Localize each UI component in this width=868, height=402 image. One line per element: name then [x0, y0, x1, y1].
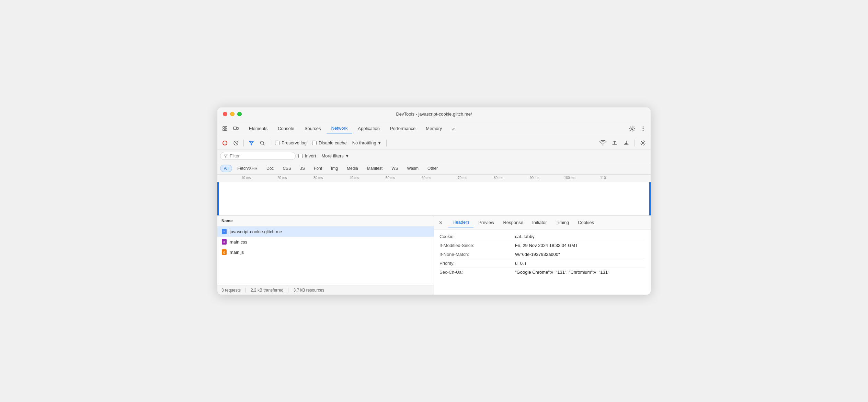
header-row-priority: Priority: u=0, i [439, 259, 645, 268]
filter-input[interactable] [230, 153, 292, 158]
type-filter-manifest[interactable]: Manifest [363, 165, 386, 172]
type-filter-img[interactable]: Img [327, 165, 342, 172]
detail-tab-initiator[interactable]: Initiator [528, 218, 551, 227]
tab-memory[interactable]: Memory [421, 124, 447, 133]
request-name-js: main.js [230, 250, 244, 255]
filter-input-wrap [220, 152, 296, 160]
toolbar-separator-3 [386, 140, 387, 146]
header-key-priority: Priority: [439, 261, 515, 266]
wifi-icon[interactable] [598, 138, 608, 148]
css-file-icon [221, 239, 227, 245]
header-row-if-modified-since: If-Modified-Since: Fri, 29 Nov 2024 18:3… [439, 241, 645, 250]
type-filter-all[interactable]: All [220, 165, 232, 172]
requests-count: 3 requests [221, 288, 246, 293]
header-value-sec-ch-ua: "Google Chrome";v="131", "Chromium";v="1… [515, 270, 645, 275]
detail-tab-timing[interactable]: Timing [552, 218, 573, 227]
type-filter-ws[interactable]: WS [388, 165, 402, 172]
detail-tab-cookies[interactable]: Cookies [574, 218, 598, 227]
type-filter-fetch-xhr[interactable]: Fetch/XHR [233, 165, 261, 172]
type-filter-css[interactable]: CSS [279, 165, 295, 172]
header-value-if-modified-since: Fri, 29 Nov 2024 18:33:04 GMT [515, 243, 645, 248]
detail-tabs: ✕ Headers Preview Response Initiator Tim… [434, 216, 651, 229]
type-filter-doc[interactable]: Doc [263, 165, 277, 172]
disable-cache-checkbox[interactable] [312, 141, 317, 145]
filter-icon[interactable] [247, 138, 256, 148]
throttle-select[interactable]: No throttling ▼ [352, 140, 381, 145]
svg-point-9 [643, 130, 644, 131]
header-value-if-none-match: W/"6de-1937932ab00" [515, 252, 645, 257]
invert-checkbox[interactable] [298, 154, 303, 158]
resources-size: 3.7 kB resources [293, 288, 329, 293]
svg-line-14 [263, 144, 265, 145]
detail-tab-headers[interactable]: Headers [448, 217, 473, 227]
svg-point-10 [223, 141, 227, 145]
close-button[interactable] [223, 112, 227, 116]
settings-icon[interactable] [627, 124, 637, 133]
status-bar: 3 requests 2.2 kB transferred 3.7 kB res… [217, 285, 434, 295]
cursor-icon[interactable] [220, 124, 230, 133]
invert-label[interactable]: Invert [298, 153, 316, 158]
network-toolbar: Preserve log Disable cache No throttling… [217, 136, 651, 150]
download-icon[interactable] [621, 138, 631, 148]
upload-icon[interactable] [610, 138, 619, 148]
svg-point-7 [643, 126, 644, 127]
toolbar-separator-4 [635, 140, 635, 146]
ruler-tick-40ms: 40 ms [350, 176, 359, 180]
svg-rect-2 [223, 129, 225, 131]
tab-console[interactable]: Console [273, 124, 299, 133]
maximize-button[interactable] [237, 112, 242, 116]
name-column-header: Name [217, 216, 434, 226]
tab-more[interactable]: » [447, 124, 459, 133]
tab-network[interactable]: Network [327, 123, 353, 133]
tabs-bar: Elements Console Sources Network Applica… [217, 121, 651, 136]
toolbar-separator-2 [270, 140, 270, 146]
tab-sources[interactable]: Sources [300, 124, 326, 133]
ruler-tick-110ms: 110 [600, 176, 606, 180]
svg-rect-1 [225, 127, 227, 128]
request-item-html[interactable]: javascript-cookie.glitch.me [217, 226, 434, 237]
svg-rect-4 [233, 127, 237, 129]
type-filter-js[interactable]: JS [296, 165, 309, 172]
clear-button[interactable] [231, 138, 241, 148]
headers-content: Cookie: cat=tabby If-Modified-Since: Fri… [434, 229, 651, 295]
search-icon[interactable] [258, 138, 267, 148]
main-area: Name javascript-cookie.glitch.me main.cs… [217, 216, 651, 295]
type-filter-wasm[interactable]: Wasm [403, 165, 423, 172]
ruler-tick-30ms: 30 ms [313, 176, 323, 180]
detail-tab-preview[interactable]: Preview [474, 218, 498, 227]
network-settings-icon[interactable] [638, 138, 648, 148]
header-row-sec-ch-ua: Sec-Ch-Ua: "Google Chrome";v="131", "Chr… [439, 268, 645, 276]
type-filter-media[interactable]: Media [343, 165, 362, 172]
more-filters-arrow-icon: ▼ [345, 153, 350, 158]
more-filters-button[interactable]: More filters ▼ [319, 152, 352, 159]
device-toggle-icon[interactable] [231, 124, 241, 133]
traffic-lights [223, 112, 242, 116]
tab-elements[interactable]: Elements [244, 124, 272, 133]
detail-tab-response[interactable]: Response [499, 218, 527, 227]
record-button[interactable] [220, 138, 230, 148]
minimize-button[interactable] [230, 112, 235, 116]
request-item-js[interactable]: main.js [217, 247, 434, 257]
ruler-tick-90ms: 90 ms [530, 176, 539, 180]
tab-application[interactable]: Application [353, 124, 385, 133]
header-key-if-none-match: If-None-Match: [439, 252, 515, 257]
devtools-window: DevTools - javascript-cookie.glitch.me/ … [217, 107, 651, 295]
preserve-log-checkbox[interactable] [275, 141, 279, 145]
transferred-size: 2.2 kB transferred [251, 288, 288, 293]
tab-performance[interactable]: Performance [385, 124, 420, 133]
ruler-tick-50ms: 50 ms [386, 176, 395, 180]
close-detail-button[interactable]: ✕ [437, 218, 445, 227]
toolbar-separator-1 [243, 140, 244, 146]
type-filter-other[interactable]: Other [424, 165, 442, 172]
header-value-cookie: cat=tabby [515, 234, 645, 239]
more-options-icon[interactable] [638, 124, 648, 133]
preserve-log-label[interactable]: Preserve log [275, 140, 307, 145]
type-filter-font[interactable]: Font [310, 165, 326, 172]
throttle-arrow-icon: ▼ [378, 141, 381, 145]
type-filter-bar: All Fetch/XHR Doc CSS JS Font Img Media … [217, 162, 651, 175]
request-item-css[interactable]: main.css [217, 237, 434, 247]
request-name-css: main.css [230, 239, 247, 245]
disable-cache-label[interactable]: Disable cache [312, 140, 347, 145]
html-file-icon [221, 229, 227, 234]
svg-point-6 [631, 128, 633, 129]
